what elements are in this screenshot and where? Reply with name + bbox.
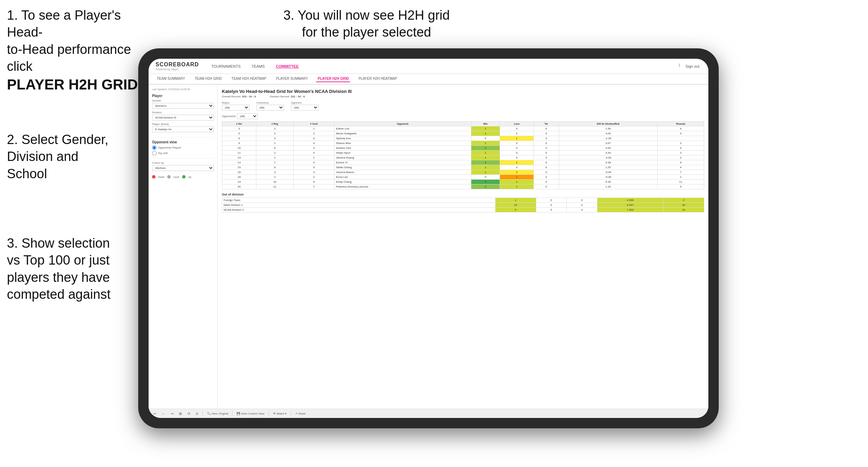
cell-loss: 0: [500, 151, 534, 155]
col-win: Win: [471, 122, 500, 126]
cell-win: 4: [471, 180, 500, 184]
filter-opponent: Opponent (All): [291, 102, 319, 111]
logo-area: SCOREBOARD Powered by clippd: [155, 61, 199, 71]
toolbar-grid[interactable]: ⊞: [178, 411, 183, 416]
subnav-player-summary[interactable]: PLAYER SUMMARY: [275, 76, 309, 82]
cell-div: 14: [222, 160, 256, 165]
ood-label: Foreign Team: [222, 198, 496, 203]
cell-tie: 0: [534, 131, 559, 136]
radio-opponents-played[interactable]: Opponents Played: [152, 145, 214, 150]
toolbar-redo[interactable]: ↪: [169, 411, 175, 416]
table-row: 6 3 3 Sydney Kuo 0 1 0 -1.00: [222, 136, 704, 141]
toolbar-refresh[interactable]: ↺: [186, 411, 191, 416]
cell-rounds: 4: [658, 165, 704, 170]
cell-opponent: Sydney Kuo: [334, 136, 471, 141]
colour-by-label: Colour by: [152, 161, 214, 164]
gender-select[interactable]: Women's Men's: [152, 103, 214, 109]
toolbar-info[interactable]: ⊙: [194, 411, 200, 416]
cell-conf: 3: [293, 146, 334, 151]
cell-opponent: Alexis Sudiganto: [334, 131, 471, 136]
toolbar-view-original[interactable]: 🔍 View: Original: [206, 411, 229, 416]
subnav-team-h2h-grid[interactable]: TEAM H2H GRID: [194, 76, 223, 82]
ood-rounds: 10: [663, 208, 704, 212]
conference-select[interactable]: (All): [256, 105, 284, 111]
instruction-bot-line3: players they have: [7, 270, 110, 285]
cell-div: 18: [222, 175, 256, 180]
ood-row: Foreign Team 1 0 0 4.500 2: [222, 198, 704, 203]
cell-win: 1: [471, 126, 500, 131]
cell-opponent: Emily Chang: [334, 180, 471, 184]
cell-conf: 4: [293, 170, 334, 175]
nav-tournaments[interactable]: TOURNAMENTS: [209, 63, 243, 70]
cell-reg: 1: [256, 155, 293, 160]
region-select[interactable]: (All): [222, 105, 249, 111]
cell-conf: 2: [293, 175, 334, 180]
cell-conf: 4: [293, 141, 334, 146]
nav-teams[interactable]: TEAMS: [249, 63, 267, 70]
cell-diff: -1.00: [559, 136, 657, 141]
toolbar-save-custom[interactable]: 💾 Save Custom View: [235, 411, 266, 416]
opponents-all-select[interactable]: (All): [237, 113, 258, 119]
table-row: 19 10 6 Emily Chang 4 1 0 0.30 11: [222, 180, 704, 184]
radio-top100[interactable]: Top 100: [152, 151, 214, 155]
tablet-device: SCOREBOARD Powered by clippd TOURNAMENTS…: [138, 48, 719, 428]
cell-div: 19: [222, 180, 256, 184]
subnav-player-h2h-grid[interactable]: PLAYER H2H GRID: [316, 76, 350, 82]
cell-loss: 0: [500, 131, 534, 136]
ood-row: NCAA Division 2 5 0 0 7.400 10: [222, 208, 704, 212]
division-label: Division: [152, 111, 214, 114]
division-select[interactable]: NCAA Division III NCAA Division I NCAA D…: [152, 115, 214, 121]
grid-title: Katelyn Vo Head-to-Head Grid for Women's…: [222, 89, 704, 94]
grid-records: Overall Record: 353 - 34 - 6 Division Re…: [222, 95, 704, 98]
instruction-mid-line1: 2. Select Gender,: [7, 132, 108, 147]
cell-win: 2: [471, 184, 500, 189]
cell-conf: 6: [293, 180, 334, 184]
ood-row: NAIA Division 1 15 0 0 9.267 30: [222, 203, 704, 208]
cell-rounds: 2: [658, 175, 704, 180]
cell-opponent: Eunice Yi: [334, 160, 471, 165]
cell-win: 1: [471, 165, 500, 170]
subnav-player-h2h-heatmap[interactable]: PLAYER H2H HEATMAP: [357, 76, 398, 82]
navbar: SCOREBOARD Powered by clippd TOURNAMENTS…: [149, 59, 708, 74]
cell-diff: 1.33: [559, 184, 657, 189]
opponent-select[interactable]: (All): [291, 105, 319, 111]
cell-reg: 1: [256, 126, 293, 131]
cell-loss: 2: [500, 160, 534, 165]
nav-signout[interactable]: Sign out: [683, 63, 701, 70]
table-row: 11 2 5 Heejo Hyun 1 0 0 3.33 3: [222, 151, 704, 155]
toolbar-back[interactable]: ←: [160, 411, 167, 416]
cell-reg: 7: [256, 160, 293, 165]
colour-legend: Down Level Up: [152, 175, 214, 179]
toolbar-share[interactable]: ↗ Share: [294, 411, 307, 416]
cell-opponent: Euna Lee: [334, 175, 471, 180]
toolbar-undo[interactable]: ↩: [152, 411, 158, 416]
opponent-label: Opponent: [291, 102, 319, 104]
cell-rounds: 7: [658, 170, 704, 175]
ood-tie: 0: [567, 208, 597, 212]
table-row: 9 1 4 Sharon Mun 1 0 0 3.67 3: [222, 141, 704, 146]
player-rank-select[interactable]: 8. Katelyn Vo: [152, 126, 214, 132]
subnav-team-summary[interactable]: TEAM SUMMARY: [155, 76, 187, 82]
cell-rounds: 9: [658, 160, 704, 165]
cell-loss: 1: [500, 175, 534, 180]
cell-div: 11: [222, 151, 256, 155]
cell-conf: 2: [293, 131, 334, 136]
toolbar-watch[interactable]: 👁 Watch ▾: [272, 411, 288, 416]
sidebar-divider1: [152, 137, 214, 137]
ood-rounds: 2: [663, 198, 704, 203]
region-label: Region: [222, 102, 249, 104]
instruction-bot-line1: 3. Show selection: [7, 236, 110, 250]
cell-div: 10: [222, 146, 256, 151]
cell-conf: 1: [293, 126, 334, 131]
sidebar-updated: Last Updated: 27/03/2024 16:55:38: [152, 88, 214, 90]
cell-rounds: 3: [658, 151, 704, 155]
subnav-team-h2h-heatmap[interactable]: TEAM H2H HEATMAP: [230, 76, 268, 82]
cell-opponent: Jessica Huang: [334, 155, 471, 160]
cell-reg: 2: [256, 151, 293, 155]
table-row: 14 7 4 Eunice Yi 2 2 0 0.38 9: [222, 160, 704, 165]
cell-tie: 0: [534, 175, 559, 180]
cell-reg: 2: [256, 175, 293, 180]
ood-win: 5: [495, 208, 536, 212]
nav-committee[interactable]: COMMITTEE: [274, 63, 301, 70]
colour-by-select[interactable]: Win/loss: [152, 165, 214, 171]
